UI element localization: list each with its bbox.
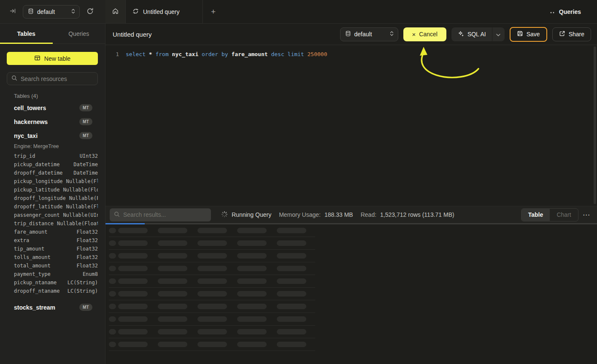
column-name: pickup_longitude (14, 178, 63, 184)
table-row-stocks-stream[interactable]: stocks_stream MT (0, 300, 105, 314)
chevron-down-icon (496, 31, 500, 38)
sql-ai-label: SQL AI (467, 31, 486, 38)
column-name: tip_amount (14, 246, 44, 252)
results-search-box (110, 208, 211, 221)
column-name: payment_type (14, 271, 51, 277)
skeleton-cell (109, 342, 116, 347)
sidebar-collapse-button[interactable] (7, 6, 19, 18)
skeleton-cell (197, 253, 227, 259)
table-row-hackernews[interactable]: hackernews MT (0, 115, 105, 129)
column-name: pickup_datetime (14, 162, 59, 167)
new-table-button[interactable]: New table (7, 52, 98, 65)
save-button[interactable]: Save (510, 27, 547, 42)
annotation-arrow (105, 45, 597, 206)
sql-token: select (126, 51, 149, 57)
toggle-table[interactable]: Table (521, 209, 550, 221)
search-resources-input[interactable] (21, 75, 93, 82)
skeleton-cell (158, 240, 187, 246)
column-type: DateTime (73, 170, 98, 176)
skeleton-cell (118, 228, 148, 233)
skeleton-cell (237, 228, 267, 233)
toggle-chart[interactable]: Chart (550, 209, 578, 221)
table-name: stocks_stream (14, 304, 55, 311)
column-row: dropoff_longitude Nullable(F (14, 194, 98, 202)
share-button[interactable]: Share (552, 27, 591, 41)
body: Tables Queries New table (0, 24, 597, 364)
editor-scrollbar[interactable] (594, 46, 596, 204)
sidebar: Tables Queries New table (0, 24, 105, 364)
column-name: fare_amount (14, 229, 47, 235)
header-actions: default × Cancel (340, 27, 591, 42)
sql-editor[interactable]: 1 select * from nyc_taxi order by fare_a… (105, 45, 597, 206)
skeleton-cell (118, 316, 148, 322)
skeleton-cell (197, 266, 227, 271)
column-type: Enum8 (83, 271, 98, 277)
column-row: dropoff_latitude Nullable(Fl (14, 202, 98, 211)
skeleton-cell (158, 253, 187, 259)
skeleton-cell (158, 304, 187, 309)
skeleton-cell (109, 304, 116, 309)
sql-ai-button[interactable]: SQL AI (451, 27, 492, 41)
skeleton-cell (158, 278, 187, 284)
column-row: pickup_datetime DateTime (14, 160, 98, 169)
queries-button[interactable]: Queries (550, 8, 581, 15)
column-name: dropoff_latitude (14, 204, 63, 210)
top-bar-left: default (0, 0, 105, 23)
skeleton-cell (277, 304, 306, 309)
sql-code: select * from nyc_taxi order by fare_amo… (126, 50, 327, 59)
skeleton-cell (118, 266, 148, 271)
view-toggle: Table Chart (521, 208, 578, 221)
column-type: Nullable(Flo (63, 187, 98, 193)
home-tab[interactable] (105, 0, 126, 23)
column-type: Float32 (76, 237, 98, 243)
ellipsis-icon: ⋯ (583, 211, 590, 219)
query-tab[interactable]: Untitled query (126, 0, 203, 23)
skeleton-cell (197, 228, 227, 233)
column-name: dropoff_longitude (14, 195, 66, 201)
cancel-button[interactable]: × Cancel (403, 27, 446, 41)
query-tab-label: Untitled query (143, 8, 179, 15)
query-status: Running Query (221, 211, 271, 219)
skeleton-cell (109, 253, 116, 259)
more-options-button[interactable]: ⋯ (583, 211, 590, 218)
refresh-button[interactable] (84, 6, 96, 18)
sidebar-tabs: Tables Queries (0, 24, 105, 44)
skeleton-cell (109, 228, 116, 233)
read-label: Read: (361, 211, 376, 218)
line-number: 1 (112, 50, 119, 59)
table-name: nyc_taxi (14, 132, 38, 139)
plus-icon: + (211, 7, 216, 16)
skeleton-cell (277, 266, 306, 271)
column-type: Float32 (76, 229, 98, 235)
top-bar-right: Queries (550, 0, 597, 23)
skeleton-cell (237, 342, 267, 347)
skeleton-row (109, 262, 315, 275)
sidebar-tab-queries[interactable]: Queries (53, 24, 105, 43)
sql-token: 250000 (308, 51, 327, 57)
home-icon (112, 8, 119, 16)
skeleton-cell (158, 266, 187, 271)
sidebar-tab-tables[interactable]: Tables (0, 24, 53, 43)
skeleton-row (109, 300, 315, 313)
top-bar: default (0, 0, 597, 24)
skeleton-cell (109, 278, 116, 284)
status-running-label: Running Query (232, 211, 271, 218)
skeleton-cell (109, 266, 116, 271)
search-resources-box (7, 72, 98, 85)
sql-ai-caret-button[interactable] (492, 27, 505, 41)
sql-token: from (155, 51, 172, 57)
database-icon (28, 8, 33, 15)
column-name: tolls_amount (14, 254, 51, 260)
skeleton-cell (197, 291, 227, 297)
sql-console-app: default (0, 0, 597, 364)
mt-badge: MT (79, 132, 92, 139)
new-tab-button[interactable]: + (203, 0, 224, 23)
table-row-cell-towers[interactable]: cell_towers MT (0, 101, 105, 115)
query-title[interactable]: Untitled query (113, 31, 152, 38)
query-database-selector[interactable]: default (340, 27, 398, 41)
database-selector[interactable]: default (23, 5, 80, 19)
skeleton-cell (237, 278, 267, 284)
table-row-nyc-taxi[interactable]: nyc_taxi MT (0, 129, 105, 143)
results-search-input[interactable] (123, 211, 207, 218)
column-row: pickup_latitude Nullable(Flo (14, 186, 98, 194)
